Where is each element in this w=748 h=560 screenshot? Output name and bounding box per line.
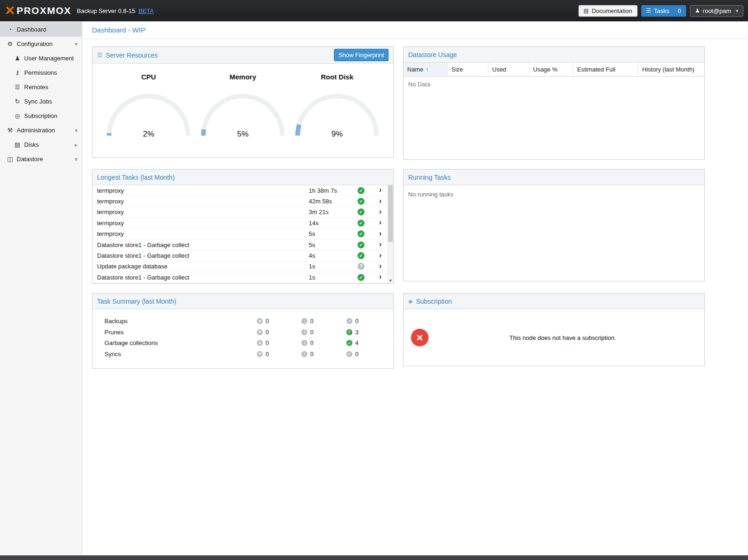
- task-row[interactable]: termproxy 14s ✓ ›: [92, 218, 387, 228]
- error-icon: ✕: [257, 329, 263, 335]
- task-row[interactable]: termproxy 1h 38m 7s ✓ ›: [92, 185, 387, 196]
- remotes-icon: ☰: [13, 84, 22, 91]
- scrollbar-down-arrow[interactable]: ▼: [388, 279, 393, 283]
- error-icon: ✕: [257, 340, 263, 346]
- summary-row: Garbage collections ✕ 0 ! 0 ✓ 4: [104, 338, 393, 349]
- status-unknown-icon: ?: [358, 263, 364, 270]
- summary-count: 0: [310, 329, 313, 336]
- task-duration: 14s: [309, 220, 358, 227]
- task-duration: 5s: [309, 230, 358, 237]
- sidebar-item-sync-jobs[interactable]: ↻ Sync Jobs: [0, 94, 82, 109]
- gauge-label: Memory: [196, 73, 290, 81]
- main-content: Dashboard - WIP ☰ Server Resources Show …: [82, 21, 748, 555]
- chevron-right-icon[interactable]: ›: [379, 240, 382, 249]
- column-header-usage-[interactable]: Usage %: [529, 63, 573, 76]
- chevron-right-icon[interactable]: ›: [379, 208, 382, 217]
- gauge-label: Root Disk: [290, 73, 384, 81]
- chevron-right-icon[interactable]: ›: [379, 229, 382, 239]
- summary-label: Syncs: [104, 351, 257, 358]
- task-name: Update package database: [97, 263, 309, 270]
- task-summary-panel: Task Summary (last Month) Backups ✕ 0 ! …: [92, 293, 394, 369]
- no-subscription-icon: ✕: [411, 329, 429, 346]
- summary-ok: ✓ 3: [346, 329, 393, 336]
- summary-count: 0: [266, 351, 269, 358]
- show-fingerprint-button[interactable]: Show Fingerprint: [334, 49, 389, 61]
- sidebar-item-remotes[interactable]: ☰ Remotes: [0, 80, 82, 94]
- chevron-right-icon[interactable]: ›: [379, 197, 382, 206]
- task-summary-title: Task Summary (last Month): [97, 298, 176, 305]
- task-row[interactable]: termproxy 3m 21s ✓ ›: [92, 207, 387, 218]
- sidebar: ◔ Dashboard ⚙ Configuration ▾ ♟ User Man…: [0, 21, 82, 555]
- summary-row: Backups ✕ 0 ! 0 ✓ 0: [104, 316, 393, 327]
- chevron-right-icon[interactable]: ›: [379, 186, 382, 195]
- chevron-right-icon[interactable]: ›: [379, 218, 382, 228]
- running-tasks-panel: Running Tasks No running tasks: [403, 169, 705, 281]
- summary-count: 0: [310, 339, 313, 346]
- task-row[interactable]: Update package database 1s ? ›: [92, 261, 387, 272]
- ok-icon: ✓: [346, 351, 352, 357]
- datastore-usage-header: Datastore Usage: [403, 47, 704, 63]
- administration-icon: ⚒: [6, 127, 14, 134]
- column-header-size[interactable]: Size: [448, 63, 488, 76]
- task-row[interactable]: termproxy 5s ✓ ›: [92, 229, 387, 240]
- task-row[interactable]: Datastore store1 - Garbage collect 4s ✓ …: [92, 250, 387, 261]
- sidebar-item-subscription[interactable]: ◎ Subscription: [0, 109, 82, 123]
- sidebar-item-disks[interactable]: ▤ Disks ▸: [0, 137, 82, 152]
- sidebar-item-datastore[interactable]: ◫ Datastore ▾: [0, 152, 82, 166]
- column-header-used[interactable]: Used: [488, 63, 529, 76]
- content-grid: ☰ Server Resources Show Fingerprint CPU …: [82, 39, 748, 369]
- documentation-button[interactable]: ▤ Documentation: [579, 5, 637, 17]
- sidebar-item-user-management[interactable]: ♟ User Management: [0, 51, 82, 65]
- tasks-label: Tasks: [654, 7, 669, 14]
- task-row[interactable]: Datastore store1 - Garbage collect 1s ✓ …: [92, 272, 387, 283]
- sidebar-item-administration[interactable]: ⚒ Administration ▾: [0, 123, 82, 137]
- summary-count: 0: [310, 351, 313, 358]
- user-icon: ♟: [695, 7, 700, 14]
- ok-icon: ✓: [346, 329, 352, 335]
- datastore-usage-empty: No Data: [403, 77, 704, 159]
- scrollbar[interactable]: ▼: [387, 185, 393, 283]
- scrollbar-thumb[interactable]: [388, 185, 393, 242]
- task-duration: 1s: [309, 263, 358, 270]
- sidebar-item-permissions[interactable]: ⚷ Permissions: [0, 65, 82, 80]
- topbar-actions: ▤ Documentation ☰ Tasks 0 ♟ root@pam ▾: [579, 5, 743, 17]
- task-row[interactable]: termproxy 42m 58s ✓ ›: [92, 196, 387, 207]
- summary-errors: ✕ 0: [257, 339, 301, 346]
- task-name: termproxy: [97, 198, 309, 205]
- status-ok-icon: ✓: [358, 252, 364, 259]
- chevron-right-icon[interactable]: ›: [379, 273, 382, 282]
- chevron-right-icon[interactable]: ›: [379, 251, 382, 260]
- disks-icon: ▤: [13, 141, 22, 148]
- server-resources-title: Server Resources: [106, 52, 158, 59]
- longest-tasks-rows: termproxy 1h 38m 7s ✓ › termproxy 42m 58…: [92, 185, 387, 283]
- summary-count: 0: [266, 318, 269, 325]
- summary-label: Backups: [104, 318, 257, 325]
- status-ok-icon: ✓: [358, 208, 364, 215]
- chevron-right-icon[interactable]: ›: [379, 262, 382, 271]
- window-bottom-edge: [0, 555, 748, 560]
- sidebar-nav: ◔ Dashboard ⚙ Configuration ▾ ♟ User Man…: [0, 22, 82, 166]
- sidebar-item-dashboard[interactable]: ◔ Dashboard: [0, 22, 82, 37]
- summary-count: 0: [266, 329, 269, 336]
- column-header-name[interactable]: Name ↑: [403, 63, 448, 76]
- task-name: Datastore store1 - Garbage collect: [97, 252, 309, 259]
- tasks-button[interactable]: ☰ Tasks 0: [641, 5, 686, 17]
- status-ok-icon: ✓: [358, 274, 364, 281]
- sidebar-item-configuration[interactable]: ⚙ Configuration ▾: [0, 37, 82, 51]
- expander-icon: ▾: [75, 127, 78, 134]
- datastore-usage-panel: Datastore Usage Name ↑ Size Used Usage %…: [403, 46, 705, 160]
- gauge-value: 5%: [201, 130, 285, 139]
- column-header-history-last-month-[interactable]: History (last Month): [638, 63, 704, 76]
- beta-link[interactable]: BETA: [138, 7, 154, 14]
- status-ok-icon: ✓: [358, 198, 364, 205]
- summary-row: Syncs ✕ 0 ! 0 ✓ 0: [104, 349, 393, 360]
- running-tasks-header: Running Tasks: [403, 169, 704, 185]
- user-menu-button[interactable]: ♟ root@pam ▾: [690, 5, 743, 17]
- tasks-count-badge: 0: [678, 7, 681, 14]
- datastore-usage-column-headers: Name ↑ Size Used Usage % Estimated Full …: [403, 63, 704, 77]
- column-header-estimated-full[interactable]: Estimated Full: [573, 63, 638, 76]
- task-row[interactable]: Datastore store1 - Garbage collect 5s ✓ …: [92, 240, 387, 250]
- datastore-usage-title: Datastore Usage: [408, 51, 457, 59]
- longest-tasks-header: Longest Tasks (last Month): [92, 169, 393, 185]
- dashboard-icon: ◔: [6, 26, 14, 33]
